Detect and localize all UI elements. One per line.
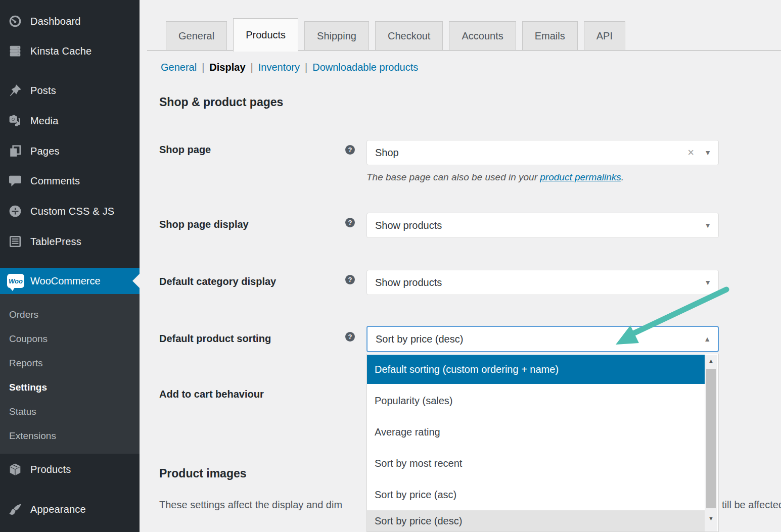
woocommerce-submenu: Orders Coupons Reports Settings Status E… xyxy=(0,294,140,454)
pages-icon xyxy=(9,144,22,158)
default-product-sorting-select[interactable]: Sort by price (desc) ▲ xyxy=(366,326,719,352)
settings-tabs: General Products Shipping Checkout Accou… xyxy=(166,18,625,52)
sidebar-item-woocommerce[interactable]: Woo WooCommerce xyxy=(0,268,140,294)
submenu-item-extensions[interactable]: Extensions xyxy=(0,427,140,445)
subnav-separator: | xyxy=(251,62,253,73)
help-icon[interactable]: ? xyxy=(345,332,355,342)
label-default-product-sorting: Default product sorting xyxy=(159,333,271,345)
product-images-description-left: These settings affect the display and di… xyxy=(159,499,342,511)
scrollbar-thumb[interactable] xyxy=(706,369,716,508)
shop-page-select[interactable]: Shop × ▼ xyxy=(366,140,719,165)
option-popularity[interactable]: Popularity (sales) xyxy=(367,385,705,416)
tab-products[interactable]: Products xyxy=(233,18,298,52)
brush-icon xyxy=(9,503,22,516)
submenu-item-coupons[interactable]: Coupons xyxy=(0,330,140,348)
comments-icon xyxy=(9,174,22,187)
table-icon xyxy=(9,235,22,248)
scroll-up-icon[interactable]: ▲ xyxy=(705,355,717,367)
label-add-to-cart-behaviour: Add to cart behaviour xyxy=(159,389,264,400)
help-icon[interactable]: ? xyxy=(345,275,355,284)
subnav-separator: | xyxy=(202,62,204,73)
subnav-general[interactable]: General xyxy=(161,62,197,73)
option-sort-most-recent[interactable]: Sort by most recent xyxy=(367,448,705,479)
subnav-display-current[interactable]: Display xyxy=(209,62,245,73)
sidebar-item-posts[interactable]: Posts xyxy=(0,78,140,103)
dashboard-icon xyxy=(9,15,22,28)
submenu-item-settings[interactable]: Settings xyxy=(0,379,140,396)
scroll-down-icon[interactable]: ▼ xyxy=(705,512,717,524)
tab-api[interactable]: API xyxy=(584,21,625,50)
plus-circle-icon xyxy=(9,205,22,218)
option-sort-price-asc[interactable]: Sort by price (asc) xyxy=(367,479,705,510)
product-permalinks-link[interactable]: product permalinks xyxy=(540,172,621,182)
submenu-item-orders[interactable]: Orders xyxy=(0,306,140,323)
chevron-down-icon: ▼ xyxy=(704,149,711,157)
products-subnav: General | Display | Inventory | Download… xyxy=(161,62,418,73)
dropdown-scrollbar[interactable]: ▲ ▼ xyxy=(705,355,717,531)
default-category-display-select[interactable]: Show products ▼ xyxy=(366,270,719,295)
section-title-product-images: Product images xyxy=(159,467,247,480)
tab-checkout[interactable]: Checkout xyxy=(375,21,443,50)
sidebar-item-tablepress[interactable]: TablePress xyxy=(0,229,140,254)
chevron-up-icon: ▲ xyxy=(704,335,711,343)
sidebar-item-products[interactable]: Products xyxy=(0,457,140,481)
label-shop-page-display: Shop page display xyxy=(159,219,249,230)
submenu-item-status[interactable]: Status xyxy=(0,403,140,420)
pushpin-icon xyxy=(9,84,22,97)
box-icon xyxy=(9,463,22,476)
help-icon[interactable]: ? xyxy=(345,145,355,155)
sidebar-item-custom-css-js[interactable]: Custom CSS & JS xyxy=(0,199,140,223)
shop-page-display-select[interactable]: Show products ▼ xyxy=(366,213,719,238)
sorting-options-dropdown: Default sorting (custom ordering + name)… xyxy=(366,354,719,532)
admin-sidebar: Dashboard Kinsta Cache Posts Media Pages… xyxy=(0,0,140,532)
sidebar-item-media[interactable]: Media xyxy=(0,109,140,133)
submenu-item-reports[interactable]: Reports xyxy=(0,355,140,372)
server-cache-icon xyxy=(9,44,22,58)
tab-accounts[interactable]: Accounts xyxy=(449,21,516,50)
shop-page-value: Shop xyxy=(367,147,399,159)
tab-general[interactable]: General xyxy=(166,21,227,50)
clear-icon[interactable]: × xyxy=(687,147,694,158)
sidebar-item-kinsta-cache[interactable]: Kinsta Cache xyxy=(0,39,140,63)
media-icon xyxy=(9,114,22,127)
subnav-inventory[interactable]: Inventory xyxy=(258,62,300,73)
option-average-rating[interactable]: Average rating xyxy=(367,416,705,448)
chevron-down-icon: ▼ xyxy=(704,278,711,286)
subnav-separator: | xyxy=(305,62,307,73)
tab-emails[interactable]: Emails xyxy=(522,21,578,50)
section-title-shop-product-pages: Shop & product pages xyxy=(159,95,283,109)
woocommerce-icon: Woo xyxy=(7,274,24,288)
label-default-category-display: Default category display xyxy=(159,276,276,287)
option-sort-price-desc[interactable]: Sort by price (desc) xyxy=(367,510,705,532)
help-icon[interactable]: ? xyxy=(345,218,355,227)
current-menu-arrow xyxy=(132,274,140,288)
chevron-down-icon: ▼ xyxy=(704,221,711,229)
sidebar-item-appearance[interactable]: Appearance xyxy=(0,497,140,521)
sidebar-item-dashboard[interactable]: Dashboard xyxy=(0,9,140,33)
sidebar-item-comments[interactable]: Comments xyxy=(0,169,140,193)
shop-page-description: The base page can also be used in your p… xyxy=(366,172,624,183)
option-default-sorting[interactable]: Default sorting (custom ordering + name) xyxy=(367,355,705,384)
subnav-downloadable-products[interactable]: Downloadable products xyxy=(312,62,418,73)
sidebar-item-pages[interactable]: Pages xyxy=(0,139,140,163)
product-images-description-right: till be affected xyxy=(722,499,781,511)
tab-shipping[interactable]: Shipping xyxy=(304,21,369,50)
label-shop-page: Shop page xyxy=(159,144,211,156)
